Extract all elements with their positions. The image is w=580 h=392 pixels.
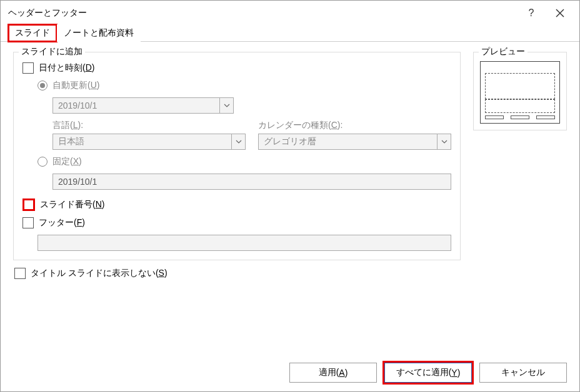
content-area: スライドに追加 日付と時刻(D) 自動更新(U) 2019/10/1 [1,42,579,285]
slide-number-label: スライド番号(N) [40,199,104,210]
auto-update-label: 自動更新(U) [52,80,99,91]
datetime-row: 日付と時刻(D) [22,62,451,74]
slide-number-row: スライド番号(N) [22,198,451,211]
preview-title-placeholder [485,73,555,99]
help-button[interactable]: ? [517,3,546,23]
datetime-checkbox[interactable] [22,62,34,74]
chevron-down-icon [437,134,451,149]
preview-footer-right [536,115,555,119]
date-select-row: 2019/10/1 [52,97,451,114]
preview-footer-center [511,115,529,119]
preview-slide [480,61,560,124]
preview-group: プレビュー [473,52,567,130]
no-title-label: タイトル スライドに表示しない(S) [31,268,168,279]
chevron-down-icon [231,134,245,149]
dialog-title: ヘッダーとフッター [8,7,517,19]
titlebar: ヘッダーとフッター ? [1,1,579,26]
calendar-select[interactable]: グレゴリオ暦 [258,134,451,150]
fixed-input-row [52,174,451,190]
fixed-date-input[interactable] [52,174,451,190]
tab-notes-handouts[interactable]: ノートと配布資料 [57,24,141,42]
button-row: 適用(A) すべてに適用(Y) キャンセル [289,363,567,383]
add-to-slide-group: スライドに追加 日付と時刻(D) 自動更新(U) 2019/10/1 [13,52,461,260]
header-footer-dialog: ヘッダーとフッター ? スライド ノートと配布資料 スライドに追加 日付と時刻(… [0,0,580,392]
preview-body-placeholder [485,99,555,113]
no-title-row: タイトル スライドに表示しない(S) [13,268,461,279]
language-label: 言語(L): [52,120,246,131]
chevron-down-icon [219,98,233,113]
language-value: 日本語 [53,136,231,147]
preview-footer-left [485,115,504,119]
tab-bar: スライド ノートと配布資料 [1,26,579,42]
date-format-value: 2019/10/1 [53,100,219,110]
preview-label: プレビュー [479,46,528,57]
footer-row: フッター(F) [22,217,451,228]
auto-update-radio[interactable] [38,81,48,91]
footer-label: フッター(F) [39,217,85,228]
footer-checkbox[interactable] [22,217,34,228]
cancel-button[interactable]: キャンセル [479,363,567,383]
fixed-label: 固定(X) [52,156,82,167]
no-title-checkbox[interactable] [14,268,26,279]
lang-cal-row: 言語(L): 日本語 カレンダーの種類(C): グレゴリオ暦 [52,120,451,150]
calendar-value: グレゴリオ暦 [259,136,437,147]
tab-slide[interactable]: スライド [8,24,57,42]
language-select[interactable]: 日本語 [52,134,246,150]
footer-input[interactable] [38,235,451,251]
footer-input-row [38,235,451,251]
date-format-select[interactable]: 2019/10/1 [52,97,234,114]
language-col: 言語(L): 日本語 [52,120,246,150]
fixed-row: 固定(X) [38,156,451,167]
slide-number-checkbox[interactable] [22,198,35,211]
group-label: スライドに追加 [19,46,85,57]
fixed-radio[interactable] [38,157,48,167]
calendar-label: カレンダーの種類(C): [258,120,451,131]
calendar-col: カレンダーの種類(C): グレゴリオ暦 [258,120,451,150]
apply-all-button[interactable]: すべてに適用(Y) [384,363,472,383]
datetime-label: 日付と時刻(D) [39,62,94,74]
close-button[interactable] [546,3,574,23]
auto-update-row: 自動更新(U) [38,80,451,91]
right-column: プレビュー [473,52,567,285]
left-column: スライドに追加 日付と時刻(D) 自動更新(U) 2019/10/1 [13,52,461,285]
apply-button[interactable]: 適用(A) [289,363,377,383]
